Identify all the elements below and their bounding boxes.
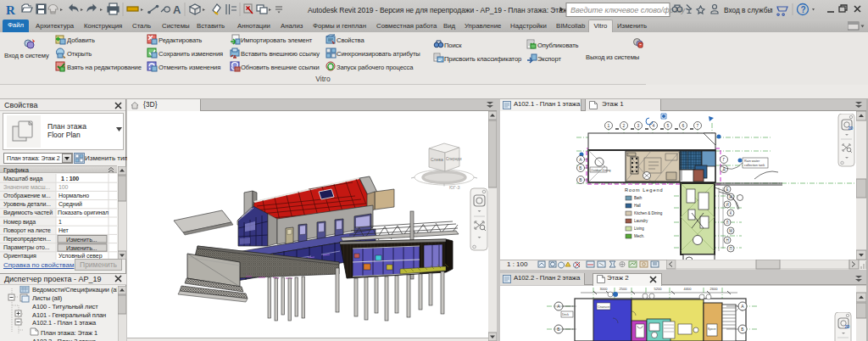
svg-text:collection tank: collection tank [744,164,765,167]
svg-text:Mech.: Mech. [634,234,644,238]
svg-text:Кухня: Кухня [708,327,715,331]
svg-text:Room Legend: Room Legend [625,187,664,193]
svg-text:5200: 5200 [654,287,663,291]
svg-text:2D: 2D [849,126,854,131]
svg-text:1: 1 [608,123,610,128]
svg-text:Deck: Deck [562,313,569,316]
svg-text:Уровень детали...: Уровень детали... [3,201,51,208]
svg-text:Kitchen & Dining: Kitchen & Dining [634,211,663,215]
svg-text:A100 - Титульный лист: A100 - Титульный лист [32,303,98,310]
svg-text:Л: Л [726,221,729,225]
svg-text:1 : 100: 1 : 100 [61,176,79,182]
svg-text:Н: Н [726,238,728,243]
svg-text:Листы (all): Листы (all) [32,294,63,302]
svg-text:Показать оригинал: Показать оригинал [58,210,108,216]
svg-text:A101 - Генеральный план: A101 - Генеральный план [32,311,106,319]
svg-text:Спальня: Спальня [598,305,609,309]
svg-text:Living: Living [634,226,644,231]
svg-text:А102.2 - План 2 этажа: А102.2 - План 2 этажа [32,338,97,341]
svg-text:5: 5 [667,123,670,128]
svg-text:2500: 2500 [620,287,628,291]
svg-text:Ведомости/Спецификации (all): Ведомости/Спецификации (all) [32,286,117,293]
svg-text:6: 6 [682,123,685,128]
svg-text:Нет: Нет [58,227,70,233]
svg-text:План этажа: Этаж 1: План этажа: Этаж 1 [41,329,97,337]
svg-text:1: 1 [58,219,62,225]
svg-text:ЮГ-З: ЮГ-З [449,185,459,190]
svg-text:2D: 2D [845,325,851,329]
svg-text:Отображение м...: Отображение м... [3,193,51,199]
svg-text:3000: 3000 [600,287,609,291]
svg-text:7: 7 [697,123,699,128]
svg-text:И: И [726,203,728,207]
svg-text:Параметры ото...: Параметры ото... [3,244,49,251]
svg-text:Значение масш...: Значение масш... [3,184,50,190]
svg-text:Слева: Слева [431,157,443,162]
svg-text:Изменить...: Изменить... [66,245,97,251]
svg-text:Масштаб вида: Масштаб вида [3,176,43,182]
svg-text:Е: Е [726,187,728,192]
svg-text:Средний: Средний [58,201,82,208]
svg-text:4: 4 [653,123,655,128]
svg-text:100: 100 [58,184,69,190]
svg-text:2: 2 [623,123,626,128]
svg-text:Спереди: Спереди [446,157,462,161]
svg-text:Bath: Bath [634,196,643,200]
svg-text:М: М [729,229,732,233]
svg-text:Hall: Hall [634,204,641,208]
svg-text:Нормально: Нормально [58,193,89,199]
svg-text:А102.1 - План 1 этажа: А102.1 - План 1 этажа [32,319,97,327]
svg-text:Ориентация: Ориентация [3,253,36,260]
svg-text:2600: 2600 [710,287,719,291]
svg-text:П: П [729,247,732,251]
svg-text:Rain water: Rain water [744,159,760,163]
svg-text:Изменить...: Изменить... [66,237,97,243]
svg-text:Видимость частей: Видимость частей [3,210,53,216]
svg-text:Переопределен...: Переопределен... [3,236,51,243]
svg-text:Номер вида: Номер вида [3,219,36,226]
svg-text:3: 3 [637,123,640,128]
svg-text:4400: 4400 [684,287,693,291]
svg-text:К: К [730,211,732,215]
svg-text:Поворот на листе: Поворот на листе [3,227,51,234]
svg-text:Laundry: Laundry [634,219,648,223]
